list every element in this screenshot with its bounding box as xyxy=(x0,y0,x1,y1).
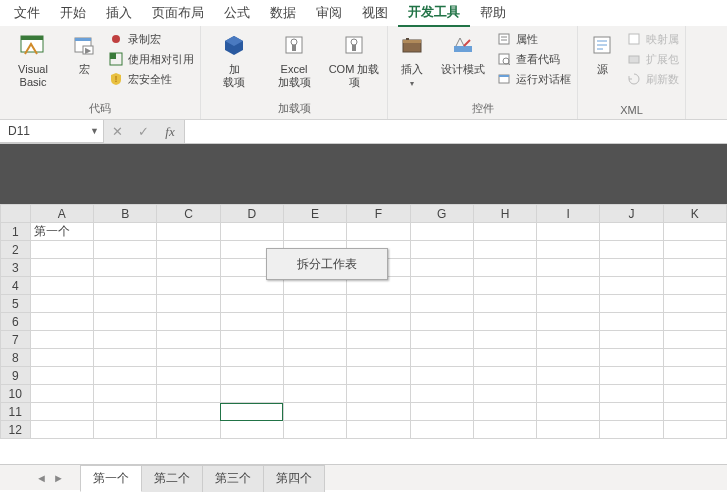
cell-G3[interactable] xyxy=(410,259,473,277)
row-header-1[interactable]: 1 xyxy=(1,223,31,241)
col-header-K[interactable]: K xyxy=(663,205,726,223)
design-mode-button[interactable]: 设计模式 xyxy=(434,28,492,78)
cell-C3[interactable] xyxy=(157,259,220,277)
cell-K12[interactable] xyxy=(663,421,726,439)
cell-G4[interactable] xyxy=(410,277,473,295)
cell-C5[interactable] xyxy=(157,295,220,313)
col-header-E[interactable]: E xyxy=(283,205,346,223)
row-header-11[interactable]: 11 xyxy=(1,403,31,421)
cell-D10[interactable] xyxy=(220,385,283,403)
enter-button[interactable]: ✓ xyxy=(130,124,156,139)
cell-J11[interactable] xyxy=(600,403,663,421)
row-header-5[interactable]: 5 xyxy=(1,295,31,313)
cell-A2[interactable] xyxy=(30,241,94,259)
cell-E7[interactable] xyxy=(283,331,346,349)
use-relative-ref-item[interactable]: 使用相对引用 xyxy=(106,50,196,68)
cell-A5[interactable] xyxy=(30,295,94,313)
cell-C1[interactable] xyxy=(157,223,220,241)
fx-icon[interactable]: fx xyxy=(156,124,184,140)
cell-J2[interactable] xyxy=(600,241,663,259)
menu-tab-5[interactable]: 数据 xyxy=(260,0,306,26)
cell-F9[interactable] xyxy=(347,367,410,385)
cell-C6[interactable] xyxy=(157,313,220,331)
cell-F7[interactable] xyxy=(347,331,410,349)
cell-A11[interactable] xyxy=(30,403,94,421)
formula-input[interactable] xyxy=(185,120,727,143)
cell-K11[interactable] xyxy=(663,403,726,421)
cell-I1[interactable] xyxy=(537,223,600,241)
row-header-9[interactable]: 9 xyxy=(1,367,31,385)
cell-H10[interactable] xyxy=(473,385,536,403)
col-header-I[interactable]: I xyxy=(537,205,600,223)
cell-F12[interactable] xyxy=(347,421,410,439)
cell-J1[interactable] xyxy=(600,223,663,241)
cell-A10[interactable] xyxy=(30,385,94,403)
row-header-7[interactable]: 7 xyxy=(1,331,31,349)
macros-button[interactable]: ▶宏 xyxy=(64,28,104,78)
cell-G2[interactable] xyxy=(410,241,473,259)
source-button[interactable]: 源 xyxy=(582,28,622,78)
cell-G11[interactable] xyxy=(410,403,473,421)
cell-H3[interactable] xyxy=(473,259,536,277)
cell-H5[interactable] xyxy=(473,295,536,313)
view-code-item[interactable]: 查看代码 xyxy=(494,50,573,68)
cell-K9[interactable] xyxy=(663,367,726,385)
cell-I2[interactable] xyxy=(537,241,600,259)
cell-E11[interactable] xyxy=(283,403,346,421)
cell-E1[interactable] xyxy=(283,223,346,241)
cell-F11[interactable] xyxy=(347,403,410,421)
cell-K6[interactable] xyxy=(663,313,726,331)
cell-D7[interactable] xyxy=(220,331,283,349)
cell-D11[interactable] xyxy=(220,403,283,421)
cell-F10[interactable] xyxy=(347,385,410,403)
cell-J3[interactable] xyxy=(600,259,663,277)
cell-D1[interactable] xyxy=(220,223,283,241)
menu-tab-8[interactable]: 开发工具 xyxy=(398,0,470,27)
cell-K4[interactable] xyxy=(663,277,726,295)
cell-I7[interactable] xyxy=(537,331,600,349)
cell-G10[interactable] xyxy=(410,385,473,403)
visual-basic-button[interactable]: Visual Basic xyxy=(4,28,62,91)
cell-H1[interactable] xyxy=(473,223,536,241)
col-header-C[interactable]: C xyxy=(157,205,220,223)
cell-E5[interactable] xyxy=(283,295,346,313)
cell-B12[interactable] xyxy=(94,421,157,439)
cell-A9[interactable] xyxy=(30,367,94,385)
cell-K3[interactable] xyxy=(663,259,726,277)
cell-E8[interactable] xyxy=(283,349,346,367)
cell-A6[interactable] xyxy=(30,313,94,331)
cell-H9[interactable] xyxy=(473,367,536,385)
cell-C12[interactable] xyxy=(157,421,220,439)
cell-B5[interactable] xyxy=(94,295,157,313)
sheet-nav[interactable]: ◄ ► xyxy=(30,472,80,484)
row-header-10[interactable]: 10 xyxy=(1,385,31,403)
cell-B1[interactable] xyxy=(94,223,157,241)
cell-A1[interactable]: 第一个 xyxy=(30,223,94,241)
cell-E12[interactable] xyxy=(283,421,346,439)
cell-B7[interactable] xyxy=(94,331,157,349)
cell-G5[interactable] xyxy=(410,295,473,313)
select-all-corner[interactable] xyxy=(1,205,31,223)
cell-B4[interactable] xyxy=(94,277,157,295)
cell-D5[interactable] xyxy=(220,295,283,313)
cell-C2[interactable] xyxy=(157,241,220,259)
sheet-next-icon[interactable]: ► xyxy=(53,472,64,484)
cell-E6[interactable] xyxy=(283,313,346,331)
cell-B10[interactable] xyxy=(94,385,157,403)
cell-J10[interactable] xyxy=(600,385,663,403)
cell-I3[interactable] xyxy=(537,259,600,277)
cell-J4[interactable] xyxy=(600,277,663,295)
cell-C7[interactable] xyxy=(157,331,220,349)
cell-F5[interactable] xyxy=(347,295,410,313)
menu-tab-4[interactable]: 公式 xyxy=(214,0,260,26)
cell-I9[interactable] xyxy=(537,367,600,385)
split-worksheet-button[interactable]: 拆分工作表 xyxy=(266,248,388,280)
sheet-tab-1[interactable]: 第二个 xyxy=(141,465,203,492)
cell-E10[interactable] xyxy=(283,385,346,403)
menu-tab-7[interactable]: 视图 xyxy=(352,0,398,26)
cell-D6[interactable] xyxy=(220,313,283,331)
cell-D9[interactable] xyxy=(220,367,283,385)
cell-D12[interactable] xyxy=(220,421,283,439)
cell-I4[interactable] xyxy=(537,277,600,295)
name-box[interactable]: D11 ▼ xyxy=(0,120,104,143)
